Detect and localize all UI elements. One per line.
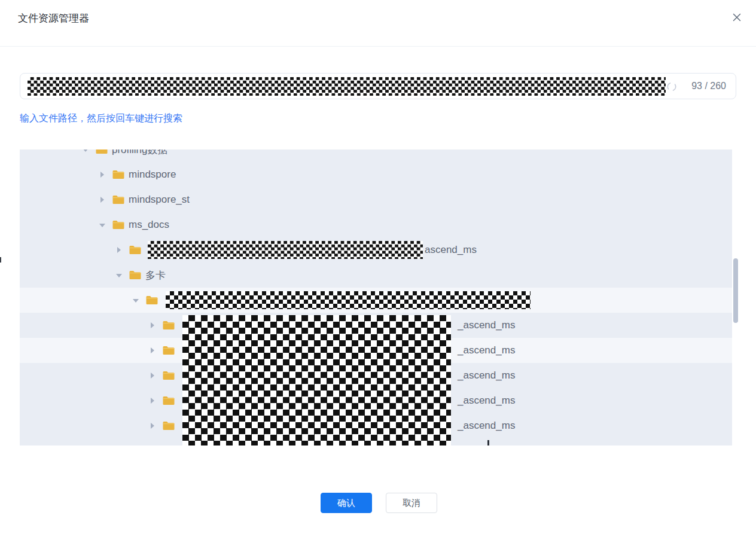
loading-spinner-icon (666, 81, 677, 94)
dialog-header: 文件资源管理器 (0, 0, 756, 47)
folder-icon (163, 371, 175, 380)
chevron-right-icon[interactable] (150, 373, 156, 379)
chevron-down-icon[interactable] (99, 222, 105, 228)
tree-scrollbar-thumb[interactable] (733, 258, 738, 323)
file-path-input[interactable]: 93 / 260 (20, 73, 736, 99)
tree-row-label: 多卡 (145, 268, 166, 282)
close-button[interactable] (728, 10, 745, 26)
chevron-right-icon[interactable] (150, 322, 156, 328)
tree-row-label: profiling数据 (112, 149, 168, 157)
folder-icon (112, 220, 124, 230)
folder-icon (112, 195, 124, 205)
tree-row-label: mindspore (129, 169, 176, 181)
dialog-title: 文件资源管理器 (18, 11, 89, 25)
chevron-right-icon[interactable] (150, 423, 156, 429)
folder-icon (96, 149, 108, 154)
folder-icon (163, 346, 175, 355)
chevron-down-icon[interactable] (116, 272, 122, 278)
tree-row-label: ascend_ms (425, 244, 477, 256)
confirm-button[interactable]: 确认 (321, 493, 372, 513)
folder-icon (129, 245, 141, 255)
tree-row-label: _ascend_ms (458, 395, 515, 407)
tree-row-mindspore-st[interactable]: mindspore_st (20, 187, 732, 212)
screen-edge-artifact (0, 257, 1, 263)
char-counter: 93 / 260 (691, 74, 726, 99)
tree-row-profiling[interactable]: profiling数据 (20, 149, 732, 162)
tree-row-label: _ascend_ms (458, 420, 515, 432)
folder-icon (112, 170, 124, 179)
chevron-right-icon[interactable] (150, 347, 156, 353)
tree-row-label: _ascend_ms (458, 319, 515, 331)
redacted-path-text (28, 77, 666, 96)
tree-row-mindspore[interactable]: mindspore (20, 162, 732, 187)
file-tree-panel[interactable]: profiling数据 mindspore mindspore_st ms_do… (20, 149, 732, 445)
tree-row-label: _ascend_ms (458, 344, 515, 356)
folder-icon (163, 421, 175, 431)
tree-row-ms-docs[interactable]: ms_docs (20, 212, 732, 237)
tree-row-label: ms_docs (129, 219, 169, 231)
folder-icon (146, 295, 158, 305)
clipped-text-fragment (487, 440, 489, 445)
chevron-right-icon[interactable] (150, 398, 156, 404)
chevron-down-icon[interactable] (133, 297, 139, 303)
chevron-down-icon[interactable] (83, 149, 89, 152)
tree-row-redacted-ascend-ms[interactable]: ascend_ms (20, 237, 732, 263)
close-icon (731, 12, 742, 25)
folder-icon (163, 396, 175, 405)
search-hint-text: 输入文件路径，然后按回车键进行搜索 (20, 112, 182, 125)
folder-icon (129, 270, 141, 280)
redacted-name (166, 291, 531, 309)
chevron-right-icon[interactable] (116, 247, 122, 253)
cancel-button[interactable]: 取消 (386, 493, 437, 513)
redacted-name (148, 241, 423, 259)
tree-row-redacted-parent[interactable] (20, 288, 732, 313)
tree-row-duoka[interactable]: 多卡 (20, 263, 732, 288)
tree-row-label: _ascend_ms (458, 370, 515, 382)
chevron-right-icon[interactable] (99, 197, 105, 203)
folder-icon (163, 321, 175, 330)
redacted-subtree-block (182, 315, 451, 445)
chevron-right-icon[interactable] (99, 172, 105, 178)
tree-row-label: mindspore_st (129, 194, 190, 206)
